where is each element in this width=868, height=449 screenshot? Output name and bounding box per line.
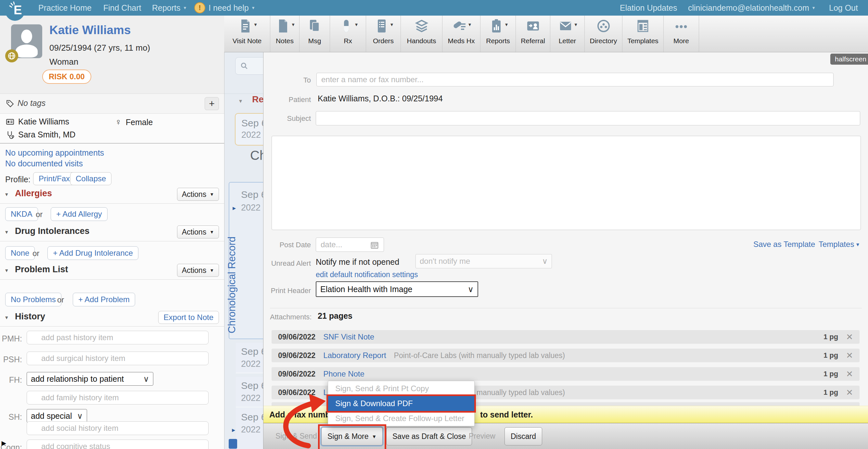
meds-history-icon — [452, 18, 468, 34]
toolbar-msg[interactable]: Msg — [300, 16, 330, 52]
menu-item-sign-send-followup[interactable]: Sign, Send & Create Follow-up Letter — [328, 411, 474, 426]
letter-body-textarea[interactable] — [272, 136, 861, 230]
toolbar-referral[interactable]: Referral — [516, 16, 550, 52]
sh-input[interactable] — [27, 421, 209, 435]
document-icon — [229, 439, 237, 449]
drug-intolerances-actions-button[interactable]: Actions▼ — [177, 226, 219, 238]
discard-button[interactable]: Discard — [504, 427, 542, 445]
nav-need-help[interactable]: ! I need help ▾ — [194, 0, 254, 16]
chronological-record-vertical-tab[interactable]: Chronological Record — [226, 210, 238, 333]
fh-label: FH: — [0, 375, 22, 385]
nav-reports[interactable]: Reports▾ — [152, 0, 186, 16]
templates-menu-link[interactable]: Templates — [818, 240, 854, 249]
letter-patient-label: Patient — [270, 95, 311, 104]
collapse-caret-icon[interactable]: ▾ — [239, 97, 242, 104]
patient-name[interactable]: Katie Williams — [50, 23, 131, 37]
letter-envelope-icon — [557, 18, 574, 34]
collapse-button[interactable]: Collapse — [70, 172, 112, 185]
directory-icon — [595, 18, 612, 34]
toolbar-handouts[interactable]: Handouts — [401, 16, 442, 52]
visit-note-icon — [237, 18, 253, 34]
psh-input[interactable] — [27, 352, 209, 365]
allergies-actions-button[interactable]: Actions▼ — [177, 188, 219, 201]
upcoming-appointments-link[interactable]: No upcoming appointments — [5, 148, 104, 157]
more-dots-icon — [673, 20, 689, 35]
add-allergy-button[interactable]: + Add Allergy — [51, 207, 107, 221]
subject-input[interactable] — [316, 111, 860, 125]
attachments-label: Attachments: — [270, 313, 311, 321]
problem-list-actions-button[interactable]: Actions▼ — [177, 264, 219, 277]
fh-input[interactable] — [27, 391, 209, 405]
dropdown-caret-icon: ▾ — [355, 22, 358, 28]
toolbar-templates[interactable]: Templates — [622, 16, 664, 52]
add-problem-button[interactable]: + Add Problem — [73, 293, 135, 306]
cogn-input[interactable] — [27, 440, 209, 449]
preview-button: Preview — [469, 432, 495, 441]
nav-elation-updates[interactable]: Elation Updates — [620, 0, 677, 16]
to-input[interactable] — [316, 73, 834, 86]
dropdown-caret-icon: ▾ — [391, 22, 393, 28]
chevron-down-icon[interactable]: ▼ — [855, 242, 860, 247]
halfscreen-toggle[interactable]: halfscreen — [830, 54, 868, 65]
subject-label: Subject — [270, 114, 311, 123]
toolbar-more[interactable]: More — [664, 16, 699, 52]
collapse-caret-icon[interactable]: ▾ — [5, 314, 8, 321]
attachment-row: 09/06/2022 Laboratory Report Point-of-Ca… — [272, 349, 860, 362]
attachment-link[interactable]: SNF Visit Note — [323, 332, 374, 341]
unread-alert-text: Notify me if not opened — [316, 257, 399, 267]
nav-practice-home[interactable]: Practice Home — [38, 0, 92, 16]
edit-notification-settings-link[interactable]: edit default notification settings — [316, 270, 418, 279]
print-header-select[interactable]: Elation Health with Image∨ — [316, 281, 478, 297]
print-fax-button[interactable]: Print/Fax — [33, 172, 75, 185]
toolbar-notes[interactable]: ▾ Notes — [270, 16, 300, 52]
remove-attachment-icon[interactable]: ✕ — [846, 332, 853, 342]
collapse-caret-icon[interactable]: ▾ — [5, 191, 8, 198]
documented-visits-link[interactable]: No documented visits — [5, 159, 83, 168]
export-to-note-button[interactable]: Export to Note — [158, 311, 219, 324]
risk-badge[interactable]: RISK 0.00 — [42, 69, 91, 84]
unread-alert-select[interactable]: don't notify me∨ — [415, 254, 552, 268]
menu-item-sign-send-print[interactable]: Sign, Send & Print Pt Copy — [328, 381, 474, 396]
toolbar-directory[interactable]: Directory — [585, 16, 622, 52]
toolbar-meds-hx[interactable]: ▾ Meds Hx — [442, 16, 480, 52]
fh-relationship-select[interactable]: add relationship to patient∨ — [27, 372, 153, 386]
attachment-link[interactable]: Laboratory Report — [323, 351, 386, 360]
collapse-caret-icon[interactable]: ▾ — [5, 229, 8, 236]
attachment-row: 09/06/2022 SNF Visit Note 1 pg ✕ — [272, 330, 860, 344]
toolbar-orders[interactable]: ▾ Orders — [366, 16, 401, 52]
pmh-input[interactable] — [27, 331, 209, 345]
toolbar-visit-note[interactable]: ▾ Visit Note — [224, 16, 270, 52]
avatar-person-icon — [21, 30, 32, 43]
remove-attachment-icon[interactable]: ✕ — [846, 388, 853, 398]
save-as-draft-button[interactable]: Save as Draft & Close — [386, 427, 472, 445]
sh-special-select[interactable]: add special∨ — [27, 409, 87, 423]
patient-gender: Woman — [50, 57, 78, 67]
chevron-down-icon: ▼ — [210, 268, 214, 273]
add-tag-button[interactable]: + — [205, 97, 219, 110]
chart-toolbar: ▾ Visit Note ▾ Notes Msg ▾ Rx ▾ Orders H… — [224, 16, 868, 52]
nav-find-chart[interactable]: Find Chart — [103, 0, 141, 16]
collapse-caret-icon[interactable]: ▾ — [5, 267, 8, 274]
tag-icon — [6, 99, 14, 108]
notes-icon — [275, 18, 291, 34]
menu-item-sign-download-pdf[interactable]: Sign & Download PDF — [328, 396, 474, 411]
attachment-link[interactable]: Phone Note — [323, 369, 365, 379]
stethoscope-icon — [6, 130, 14, 139]
dropdown-caret-icon: ▾ — [505, 22, 508, 28]
toolbar-reports[interactable]: ▾ Reports — [480, 16, 516, 52]
save-as-template-link[interactable]: Save as Template — [753, 240, 815, 249]
no-drug-intolerance-button[interactable]: None — [5, 246, 35, 260]
nav-log-out[interactable]: Log Out — [829, 0, 858, 16]
nkda-button[interactable]: NKDA — [5, 207, 38, 221]
remove-attachment-icon[interactable]: ✕ — [846, 351, 853, 361]
remove-attachment-icon[interactable]: ✕ — [846, 369, 853, 379]
dropdown-caret-icon: ▾ — [292, 22, 294, 28]
toolbar-rx[interactable]: ▾ Rx — [330, 16, 366, 52]
nav-account-menu[interactable]: cliniciandemo@elationhealth.com▾ — [688, 0, 815, 16]
elation-logo[interactable]: E — [4, 0, 25, 21]
no-problems-button[interactable]: No Problems — [5, 293, 61, 306]
add-drug-intolerance-button[interactable]: + Add Drug Intolerance — [48, 246, 138, 260]
chevron-down-icon: ▾ — [252, 5, 255, 11]
calendar-icon[interactable] — [370, 240, 379, 249]
toolbar-letter[interactable]: ▾ Letter — [550, 16, 585, 52]
